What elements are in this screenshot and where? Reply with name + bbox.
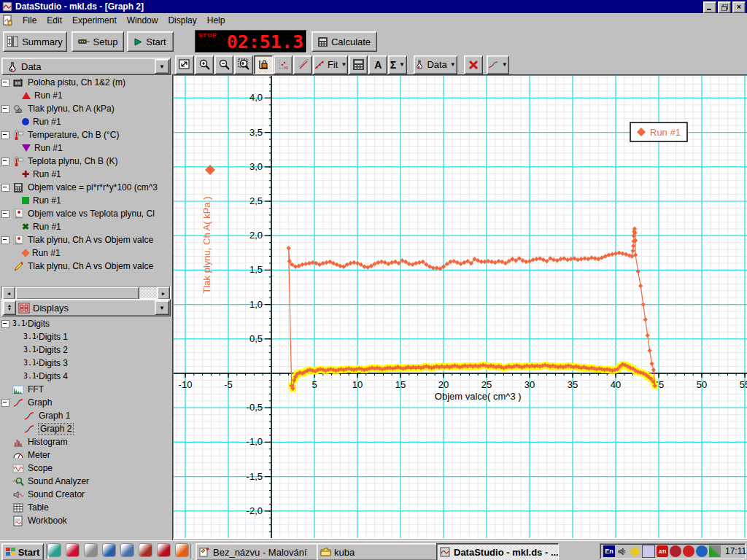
volume-icon[interactable]	[616, 545, 628, 557]
flame-app-icon[interactable]	[176, 544, 188, 556]
display-item-graph-1[interactable]: Graph 1	[1, 409, 171, 422]
data-source-item[interactable]: Objem valce = pi*r*r*y*100 (cm^3	[1, 181, 171, 194]
pen-app-icon[interactable]	[103, 544, 115, 556]
zoom-out-button[interactable]	[214, 55, 233, 74]
menu-item-file[interactable]: File	[18, 14, 42, 27]
ati-icon[interactable]: ATi	[657, 545, 668, 557]
task-button-2[interactable]: kuba	[317, 543, 441, 560]
data-run-item[interactable]: Run #1	[1, 194, 171, 207]
scroll-right-button[interactable]: ►	[157, 287, 170, 300]
data-panel-header[interactable]: Data ▼	[1, 58, 171, 75]
task-button-3[interactable]: DataStudio - mkl.ds - ...	[436, 543, 559, 560]
data-run-item[interactable]: ✚Run #1	[1, 168, 171, 181]
panel-splitter-handle[interactable]: ▲▼	[3, 300, 16, 315]
tree-collapse-toggle[interactable]	[1, 399, 9, 407]
display-item-digits-1[interactable]: 3.14Digits 1	[1, 330, 171, 343]
menu-item-help[interactable]: Help	[202, 14, 231, 27]
tree-collapse-toggle[interactable]	[1, 184, 9, 192]
delete-button[interactable]	[464, 55, 483, 74]
calculate-button[interactable]: Calculate	[311, 31, 377, 52]
data-run-item[interactable]: Run #1	[1, 89, 171, 102]
display-item-digits-2[interactable]: 3.14Digits 2	[1, 343, 171, 357]
menu-item-window[interactable]: Window	[122, 14, 163, 27]
menu-item-display[interactable]: Display	[163, 14, 201, 27]
annotation-button[interactable]: A	[368, 55, 387, 74]
display-item-fft[interactable]: FFT	[1, 383, 171, 396]
data-run-item[interactable]: Run #1	[1, 246, 171, 260]
tree-collapse-toggle[interactable]	[1, 320, 9, 328]
setup-button[interactable]: Setup	[71, 31, 124, 52]
red-figure-icon[interactable]	[670, 545, 681, 557]
data-run-item[interactable]: Run #1	[1, 141, 171, 155]
display-item-graph-2[interactable]: Graph 2	[1, 422, 171, 435]
fit-menu-button[interactable]: Fit▼	[313, 55, 348, 74]
scale-to-fit-button[interactable]	[175, 55, 194, 74]
gray-app-icon[interactable]	[85, 544, 97, 556]
display-item-workbook[interactable]: Workbook	[1, 514, 171, 527]
displays-panel-header[interactable]: ▲▼ Displays ▼	[1, 299, 171, 316]
lightning-icon[interactable]	[683, 545, 694, 557]
display-item-scope[interactable]: Scope	[1, 462, 171, 475]
opera-browser-icon[interactable]	[158, 544, 170, 556]
scroll-left-button[interactable]: ◄	[2, 287, 15, 300]
start-menu-button[interactable]: Start	[1, 543, 44, 560]
data-source-item[interactable]: Tlak plynu, Ch A (kPa)	[1, 102, 171, 115]
display-item-table[interactable]: Table	[1, 501, 171, 514]
data-source-item[interactable]: Objem valce vs Teplota plynu, Cl	[1, 207, 171, 220]
zoom-select-button[interactable]	[234, 55, 253, 74]
tree-collapse-toggle[interactable]	[1, 105, 9, 113]
display-item-digits-4[interactable]: 3.14Digits 4	[1, 370, 171, 383]
data-menu-button[interactable]: Data▼	[414, 55, 457, 74]
red-app-icon[interactable]	[139, 544, 152, 556]
data-source-item[interactable]: Poloha pistu, Ch 1&2 (m)	[1, 76, 171, 89]
tree-collapse-toggle[interactable]	[1, 210, 9, 218]
legend[interactable]: Run #1	[630, 122, 687, 141]
data-source-item[interactable]: Tlak plynu, Ch A vs Objem valce	[1, 233, 171, 246]
graph-canvas[interactable]: -10-55101520253035404550554,03,53,02,52,…	[173, 75, 747, 539]
calculator-app-icon[interactable]	[121, 544, 133, 556]
graph-settings-button[interactable]: ▼	[487, 55, 509, 74]
displays-panel-dropdown-button[interactable]: ▼	[155, 300, 169, 315]
data-run-item[interactable]: Run #1	[1, 115, 171, 128]
yellow-diamond-icon[interactable]	[630, 545, 641, 557]
blue-arrows-icon[interactable]	[696, 545, 708, 557]
data-panel-dropdown-button[interactable]: ▼	[155, 59, 169, 74]
tree-collapse-toggle[interactable]	[1, 158, 9, 166]
minimize-button[interactable]	[703, 1, 716, 13]
data-source-item[interactable]: Teplota plynu, Ch B (K)	[1, 155, 171, 168]
smart-tool-button[interactable]	[254, 55, 273, 74]
data-tree-hscrollbar[interactable]: ◄ ►	[1, 286, 171, 299]
show-desktop-icon[interactable]	[48, 544, 61, 556]
task-button-1[interactable]: Bez_názvu - Malování	[196, 543, 321, 560]
data-source-item[interactable]: Tlak plynu, Ch A vs Objem valce	[1, 260, 171, 273]
menu-item-edit[interactable]: Edit	[42, 14, 67, 27]
scheduler-icon[interactable]	[642, 545, 655, 558]
display-item-meter[interactable]: Meter	[1, 448, 171, 462]
display-item-histogram[interactable]: Histogram	[1, 435, 171, 448]
restore-button[interactable]	[718, 1, 731, 13]
display-item-digits[interactable]: 3.14Digits	[1, 317, 171, 330]
menu-item-experiment[interactable]: Experiment	[67, 14, 122, 27]
close-button[interactable]: ×	[732, 1, 746, 13]
display-item-sound-analyzer[interactable]: Sound Analyzer	[1, 475, 171, 488]
data-run-item[interactable]: ✖Run #1	[1, 220, 171, 233]
tree-collapse-toggle[interactable]	[1, 79, 9, 87]
show-points-button[interactable]: xy	[274, 55, 293, 74]
tree-collapse-toggle[interactable]	[1, 131, 9, 139]
display-item-digits-3[interactable]: 3.14Digits 3	[1, 357, 171, 370]
calculator-tool-button[interactable]	[349, 55, 368, 74]
keyboard-layout-icon[interactable]: En	[603, 545, 615, 557]
pressure-volume-chart[interactable]: -10-55101520253035404550554,03,53,02,52,…	[174, 76, 747, 538]
tree-collapse-toggle[interactable]	[1, 236, 9, 244]
statistics-button[interactable]: Σ▼	[388, 55, 407, 74]
cable-icon[interactable]	[709, 545, 721, 557]
data-source-item[interactable]: Temperature, Ch B (°C)	[1, 128, 171, 141]
acrobat-reader-icon[interactable]	[66, 544, 79, 556]
display-item-sound-creator[interactable]: Sound Creator	[1, 488, 171, 501]
scrollbar-track[interactable]	[139, 287, 157, 298]
summary-button[interactable]: Summary	[3, 31, 67, 52]
scrollbar-thumb[interactable]	[15, 287, 139, 300]
start-measurement-button[interactable]: Start	[127, 31, 174, 52]
display-item-graph[interactable]: Graph	[1, 396, 171, 409]
zoom-in-button[interactable]	[195, 55, 214, 74]
